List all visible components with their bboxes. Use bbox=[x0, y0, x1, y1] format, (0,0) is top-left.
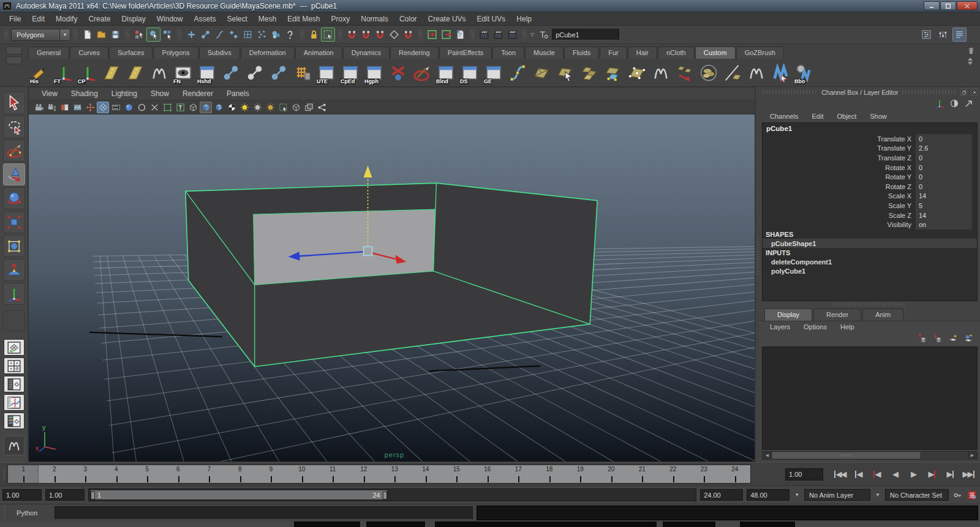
range-start-handle[interactable] bbox=[91, 491, 95, 499]
shelf-item-ft[interactable]: FT bbox=[52, 61, 75, 85]
shelf-item-blnd[interactable]: Blnd bbox=[434, 61, 458, 85]
camera-bookmarks[interactable] bbox=[58, 102, 70, 113]
shelf-tab-surfaces[interactable]: Surfaces bbox=[109, 47, 153, 59]
curves-mask[interactable] bbox=[213, 28, 227, 42]
group-collapser[interactable] bbox=[4, 29, 9, 41]
snap-to-grids[interactable] bbox=[345, 28, 359, 42]
pan-zoom-tool[interactable] bbox=[84, 102, 96, 113]
shelf-item-maya[interactable] bbox=[649, 61, 673, 85]
layer-editor-menu-layers[interactable]: Layers bbox=[764, 323, 796, 331]
snap-to-surfaces[interactable] bbox=[401, 28, 415, 42]
chevron-down-icon[interactable]: ▽ bbox=[529, 32, 535, 37]
timeline-frame-11[interactable]: 11 bbox=[317, 465, 349, 483]
menu-item-window[interactable]: Window bbox=[151, 13, 189, 25]
paint-select-tool[interactable] bbox=[3, 140, 25, 162]
timeline-frame-15[interactable]: 15 bbox=[441, 465, 472, 483]
channel-attribute-value[interactable]: 14 bbox=[916, 192, 972, 201]
shelf-tab-subdivs[interactable]: Subdivs bbox=[199, 47, 240, 59]
step-back-key[interactable]: ◀ bbox=[867, 467, 886, 482]
shelf-item-joints[interactable] bbox=[219, 61, 243, 85]
group-collapser[interactable] bbox=[177, 29, 182, 41]
surfaces-mask[interactable] bbox=[227, 28, 241, 42]
shelf-tab-gozbrush[interactable]: GoZBrush bbox=[736, 47, 784, 59]
animation-start-field[interactable] bbox=[2, 489, 42, 501]
play-forward[interactable]: ▶ bbox=[904, 467, 922, 482]
current-time-field[interactable] bbox=[785, 468, 823, 480]
shelf-item-cp[interactable]: CP bbox=[76, 61, 99, 85]
shelf-item-hshd[interactable]: Hshd bbox=[195, 61, 219, 85]
layer-editor-tab-display[interactable]: Display bbox=[764, 308, 812, 321]
share-view[interactable] bbox=[315, 102, 328, 113]
timeline-frame-21[interactable]: 21 bbox=[627, 465, 658, 483]
layer-editor-tab-anim[interactable]: Anim bbox=[862, 308, 903, 321]
maya-logo-button[interactable] bbox=[4, 436, 24, 455]
lock-selection[interactable] bbox=[307, 28, 321, 42]
shelf-item-lattice[interactable] bbox=[291, 61, 314, 85]
new-scene[interactable] bbox=[80, 28, 94, 42]
set-key-icon[interactable] bbox=[952, 491, 963, 499]
quick-rename[interactable] bbox=[537, 28, 551, 42]
flat-lighting[interactable] bbox=[251, 102, 263, 113]
manipulator-center-handle[interactable] bbox=[364, 247, 372, 255]
shelf-item-joints[interactable] bbox=[267, 61, 290, 85]
shelf-item-menu-toggle[interactable] bbox=[6, 56, 22, 64]
timeline-frame-12[interactable]: 12 bbox=[349, 465, 380, 483]
shelf-item-his[interactable]: His bbox=[28, 61, 51, 85]
chevron-down-icon[interactable]: ▼ bbox=[874, 492, 881, 498]
shelf-item-ribbon[interactable] bbox=[769, 61, 792, 85]
safe-title[interactable] bbox=[174, 102, 186, 113]
render-current-frame[interactable] bbox=[477, 28, 491, 42]
shelf-tab-rendering[interactable]: Rendering bbox=[390, 47, 439, 59]
attribute-editor-toggle[interactable] bbox=[919, 28, 933, 42]
timeline-frame-1[interactable]: 1 bbox=[8, 465, 39, 483]
outputs-from-selected[interactable] bbox=[439, 28, 453, 42]
timeline-frame-17[interactable]: 17 bbox=[503, 465, 534, 483]
shelf-tab-fur[interactable]: Fur bbox=[600, 47, 627, 59]
go-to-end[interactable]: ▶▶ bbox=[959, 467, 978, 482]
channel-attribute-value[interactable]: 0 bbox=[916, 182, 972, 192]
outliner-persp-layout[interactable] bbox=[4, 376, 24, 392]
layer-editor-menu-options[interactable]: Options bbox=[798, 323, 832, 331]
command-language-label[interactable]: Python bbox=[8, 509, 55, 517]
shelf-item-bbo[interactable]: Bbo bbox=[793, 61, 816, 85]
timeline-frame-22[interactable]: 22 bbox=[658, 465, 689, 483]
construction-history-toggle[interactable] bbox=[453, 28, 467, 42]
channel-box-menu-channels[interactable]: Channels bbox=[764, 111, 804, 121]
channel-node-polycube1[interactable]: polyCube1 bbox=[763, 266, 977, 275]
animation-end-field[interactable] bbox=[747, 489, 790, 501]
shelf-item-ds[interactable]: DS bbox=[458, 61, 481, 85]
shelf-item-polyquad[interactable] bbox=[601, 61, 625, 85]
timeline-frame-23[interactable]: 23 bbox=[688, 465, 720, 483]
menu-item-create-uvs[interactable]: Create UVs bbox=[423, 13, 472, 25]
menu-item-display[interactable]: Display bbox=[116, 13, 151, 25]
image-plane[interactable] bbox=[71, 102, 83, 113]
shelf-tab-general[interactable]: General bbox=[28, 47, 69, 59]
menu-item-help[interactable]: Help bbox=[511, 13, 537, 25]
snap-to-points[interactable] bbox=[373, 28, 387, 42]
shelf-tab-animation[interactable]: Animation bbox=[295, 47, 342, 59]
dynamics-mask[interactable] bbox=[255, 28, 269, 42]
command-line-handle[interactable] bbox=[2, 507, 8, 519]
shelf-scroll-arrows[interactable] bbox=[968, 58, 973, 65]
safe-action[interactable] bbox=[161, 102, 173, 113]
field-chart[interactable] bbox=[148, 102, 160, 113]
shelf-item-ute[interactable]: UTE bbox=[315, 61, 338, 85]
timeline-frame-14[interactable]: 14 bbox=[410, 465, 442, 483]
maximize-button[interactable] bbox=[940, 1, 956, 10]
scroll-left-icon[interactable]: ◀ bbox=[763, 452, 772, 459]
selection-mode-dropdown[interactable]: Polygons ▼ bbox=[11, 29, 70, 41]
menu-item-assets[interactable]: Assets bbox=[188, 13, 221, 25]
panel-menu-shading[interactable]: Shading bbox=[64, 88, 105, 99]
channel-object-name[interactable]: pCube1 bbox=[763, 123, 977, 134]
range-slider-bar[interactable]: 1 24 bbox=[90, 490, 388, 500]
miscellaneous-mask[interactable] bbox=[283, 28, 297, 42]
inputs-to-selected[interactable] bbox=[425, 28, 439, 42]
group-collapser[interactable] bbox=[522, 29, 527, 41]
shelf-item-redjoint[interactable] bbox=[386, 61, 410, 85]
camera-attributes[interactable] bbox=[45, 102, 58, 113]
smooth-shade-display[interactable] bbox=[200, 102, 212, 113]
shelf-item-polystack[interactable] bbox=[578, 61, 601, 85]
shelf-tab-dynamics[interactable]: Dynamics bbox=[343, 47, 390, 59]
shelf-item-rings[interactable] bbox=[697, 61, 720, 85]
go-to-start[interactable]: ◀◀ bbox=[831, 467, 849, 482]
